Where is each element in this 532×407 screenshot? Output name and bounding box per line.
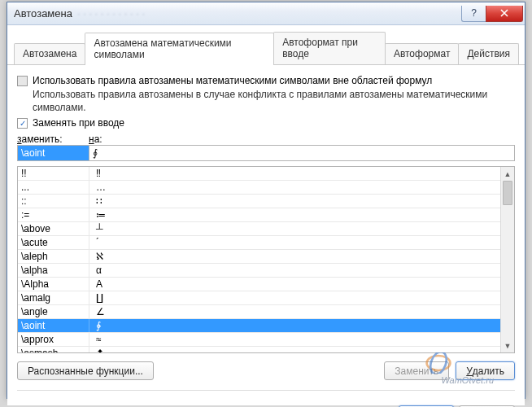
replace-input[interactable]: [17, 145, 89, 161]
tab-content: Использовать правила автозамены математи…: [7, 65, 525, 405]
title-bar[interactable]: Автозамена · · · · · · · · · · · · ?: [7, 2, 525, 25]
list-value: ´: [89, 237, 99, 248]
list-value: Α: [89, 278, 102, 290]
recognized-functions-button[interactable]: Распознанные функции...: [17, 361, 154, 380]
list-item[interactable]: \asmash⬆: [18, 347, 500, 352]
tab-math-autocorrect[interactable]: Автозамена математическими символами: [85, 33, 274, 65]
close-button[interactable]: [486, 6, 523, 22]
list-key: \aoint: [18, 319, 89, 332]
list-value: …: [89, 182, 106, 193]
window-title: Автозамена: [14, 7, 72, 20]
list-item[interactable]: \amalg∐: [18, 291, 500, 305]
label-replace: заменить:: [17, 133, 89, 145]
window-buttons: ?: [461, 6, 523, 22]
tab-autoformat-typing[interactable]: Автоформат при вводе: [273, 32, 386, 64]
list-item[interactable]: !!‼: [18, 167, 500, 181]
list-value: ≈: [89, 334, 102, 345]
list-item[interactable]: \above┴: [18, 222, 500, 236]
list-value: ∷: [89, 195, 102, 207]
list-item[interactable]: \alphaα: [18, 264, 500, 278]
list-item[interactable]: ...…: [18, 181, 500, 195]
list-value: ∠: [89, 306, 105, 317]
list-value: ≔: [89, 209, 106, 221]
list-value: ⬆: [89, 348, 104, 352]
help-button[interactable]: ?: [461, 6, 486, 22]
list-value: ∲: [89, 320, 101, 331]
list-key: \asmash: [18, 347, 89, 352]
list-item[interactable]: \acute´: [18, 236, 500, 250]
list-key: ...: [18, 181, 89, 194]
label-replace-during: Заменять при вводе: [33, 117, 124, 129]
tab-autoformat[interactable]: Автоформат: [385, 43, 460, 64]
list-key: \approx: [18, 333, 89, 346]
replacement-list: !!‼...…::∷:=≔\above┴\acute´\alephℵ\alpha…: [17, 166, 515, 353]
scroll-thumb[interactable]: [503, 181, 512, 205]
checkbox-replace-during[interactable]: ✓: [17, 118, 28, 129]
delete-button[interactable]: Удалить: [456, 361, 515, 380]
list-key: :=: [18, 208, 89, 221]
list-key: \acute: [18, 236, 89, 249]
tab-strip: Автозамена Автозамена математическими си…: [7, 25, 525, 65]
list-item[interactable]: \angle∠: [18, 305, 500, 319]
list-key: \Alpha: [18, 278, 89, 291]
list-key: ::: [18, 195, 89, 208]
dialog-window: Автозамена · · · · · · · · · · · · ? Авт…: [7, 2, 525, 399]
title-suffix: · · · · · · · · · · · ·: [77, 7, 145, 20]
list-item[interactable]: \aoint∲: [18, 319, 500, 333]
with-input[interactable]: [89, 145, 515, 161]
list-value: ┴: [89, 223, 103, 234]
label-use-outside: Использовать правила автозамены математи…: [33, 75, 432, 86]
scrollbar[interactable]: ▲ ▼: [500, 167, 514, 352]
scroll-down-icon[interactable]: ▼: [501, 339, 514, 352]
tab-actions[interactable]: Действия: [458, 43, 519, 64]
label-with: на:: [89, 133, 102, 145]
scroll-up-icon[interactable]: ▲: [501, 167, 514, 181]
checkbox-use-outside[interactable]: [17, 76, 28, 86]
list-key: \above: [18, 222, 89, 235]
list-item[interactable]: ::∷: [18, 195, 500, 208]
list-item[interactable]: :=≔: [18, 208, 500, 222]
separator: [17, 390, 515, 391]
list-value: ℵ: [89, 251, 103, 262]
list-key: \angle: [18, 305, 89, 318]
list-item[interactable]: \approx≈: [18, 333, 500, 347]
list-key: !!: [18, 167, 89, 180]
label-conflict: Использовать правила автозамены в случае…: [33, 88, 515, 114]
list-key: \amalg: [18, 291, 89, 304]
tab-autocorrect[interactable]: Автозамена: [14, 43, 85, 64]
list-value: ∐: [89, 292, 103, 304]
list-key: \aleph: [18, 250, 89, 263]
replace-button[interactable]: Заменить: [384, 361, 449, 380]
list-value: α: [89, 265, 102, 276]
list-value: ‼: [89, 168, 101, 179]
list-item[interactable]: \alephℵ: [18, 250, 500, 264]
list-item[interactable]: \AlphaΑ: [18, 278, 500, 291]
list-key: \alpha: [18, 264, 89, 277]
